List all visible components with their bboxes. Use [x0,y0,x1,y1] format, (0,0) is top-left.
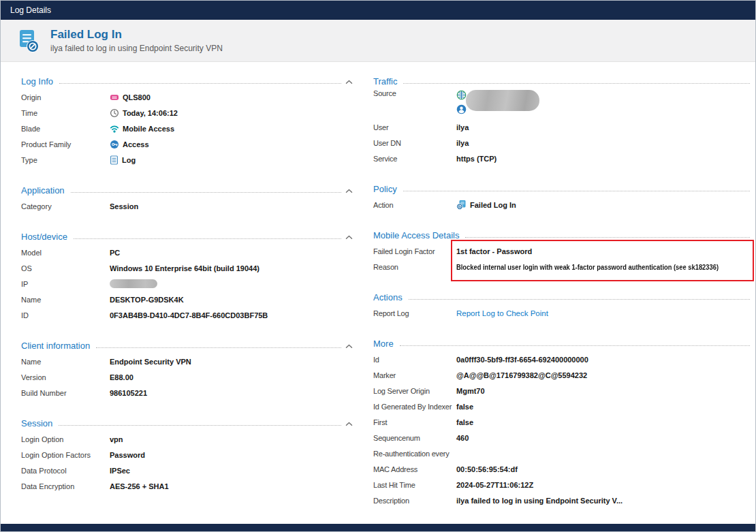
field-value: 460 [456,434,469,442]
field-value-wrap: Endpoint Security VPN [110,358,191,366]
log-details-content: Log InfoOriginQLS800TimeToday, 14:06:12B… [1,62,755,523]
field-value: PC [110,249,120,257]
field-row-time: TimeToday, 14:06:12 [21,105,353,121]
field-value-wrap: ilya [456,123,469,131]
field-label: Time [21,109,110,117]
field-value-wrap: QLS800 [110,93,151,102]
field-label: Source [373,89,456,97]
field-value: E88.00 [110,373,133,381]
section-title: Policy [373,184,397,194]
section-title: Traffic [373,76,397,87]
field-label: Type [21,156,110,164]
section-divider [74,238,341,239]
collapse-chevron-icon[interactable] [345,189,353,193]
field-label: Sequencenum [373,434,456,442]
report-log-link[interactable]: Report Log to Check Point [456,309,548,317]
section-rows: ModelPCOSWindows 10 Enterprise 64bit (bu… [21,245,353,323]
field-row-blade: BladeMobile Access [21,121,353,136]
title-bar: Log Details [1,1,755,20]
field-value-wrap: Mobile Access [110,124,174,134]
section-rows: Report LogReport Log to Check Point [373,305,750,321]
collapse-chevron-icon[interactable] [345,235,353,240]
page-subtitle: ilya failed to log in using Endpoint Sec… [50,44,223,53]
field-label: ID [21,311,110,319]
field-value-wrap: Session [110,202,138,210]
section-title: More [373,339,394,349]
field-row-product-family: Product FamilyAccess [21,136,353,152]
access-icon [110,140,119,149]
field-label: Product Family [21,140,110,148]
field-value: Password [110,451,145,459]
section-title: Log Info [21,76,53,87]
field-value-wrap: 0a0fff30-5bf9-ff3f-6654-692400000000 [456,356,588,364]
field-value: IPSec [110,467,130,475]
section-application: ApplicationCategorySession [21,183,353,214]
section-rows: SourceUserilyaUser DNilyaServicehttps (T… [373,89,750,166]
field-value-wrap: Windows 10 Enterprise 64bit (build 19044… [110,264,259,272]
section-divider [71,192,341,193]
field-row-name: NameEndpoint Security VPN [21,354,353,369]
section-title: Application [21,185,65,195]
section-header: Client information [21,338,353,354]
field-row-id: ID0F3AB4B9-D410-4DC7-8B4F-660CD03BF75B [21,307,353,323]
section-header: Policy [373,181,750,197]
field-row-source: Source [373,89,750,119]
field-value: Mobile Access [123,125,174,133]
header-text: Failed Log In ilya failed to log in usin… [50,28,223,53]
field-value: Session [110,202,138,210]
section-header: Host/device [21,229,353,245]
field-value-wrap: 0F3AB4B9-D410-4DC7-8B4F-660CD03BF75B [110,311,268,319]
field-label: Version [21,373,110,381]
page-title: Failed Log In [50,28,223,42]
section-more: MoreId0a0fff30-5bf9-ff3f-6654-6924000000… [373,336,750,508]
field-value-wrap: ilya failed to log in using Endpoint Sec… [456,497,623,505]
section-client-information: Client informationNameEndpoint Security … [21,338,353,401]
section-divider [409,299,750,300]
section-title: Session [21,418,52,428]
field-value: AES-256 + SHA1 [110,482,169,490]
log-details-window: Log Details Failed Log In ilya failed to… [0,0,756,532]
collapse-chevron-icon[interactable] [345,80,353,84]
field-row-id: Id0a0fff30-5bf9-ff3f-6654-692400000000 [373,351,750,367]
field-value: Endpoint Security VPN [110,358,191,366]
field-label: Action [373,201,456,209]
section-divider [403,83,750,84]
field-label: Login Option Factors [21,451,110,459]
section-title: Actions [373,292,403,302]
field-value-wrap: 460 [456,434,469,442]
field-value: Access [123,140,149,148]
field-value-wrap: false [456,418,473,426]
field-label: User [373,123,456,131]
field-label: Name [21,358,110,366]
section-header: Log Info [21,74,353,89]
field-value: QLS800 [123,93,151,101]
field-row-model: ModelPC [21,245,353,260]
section-divider [96,347,341,348]
field-value: Blocked internal user login with weak 1-… [456,263,719,271]
field-value-wrap: 2024-05-27T11:06:12Z [456,481,533,489]
section-title: Client information [21,341,90,351]
section-traffic: TrafficSourceUserilyaUser DNilyaServiceh… [373,74,750,166]
section-rows: NameEndpoint Security VPNVersionE88.00Bu… [21,354,353,401]
field-row-category: CategorySession [21,198,353,214]
section-host-device: Host/deviceModelPCOSWindows 10 Enterpris… [21,229,353,323]
field-row-os: OSWindows 10 Enterprise 64bit (build 190… [21,260,353,276]
window-title: Log Details [10,5,51,15]
log-icon [110,155,119,165]
field-row-type: TypeLog [21,152,353,168]
redacted-value [110,279,157,288]
section-header: Traffic [373,74,750,89]
field-label: Failed Login Factor [373,247,456,255]
collapse-chevron-icon[interactable] [345,344,353,349]
field-label: Log Server Origin [373,387,456,395]
field-row-mac-address: MAC Address00:50:56:95:54:df [373,461,750,477]
field-value-wrap: Access [110,140,149,149]
field-value: 2024-05-27T11:06:12Z [456,481,533,489]
failed-login-icon [456,200,467,210]
field-value: @A@@B@1716799382@C@5594232 [456,371,587,379]
field-value: Mgmt70 [456,387,485,395]
redaction-blob [466,90,539,111]
field-label: Last Hit Time [373,481,456,489]
collapse-chevron-icon[interactable] [345,422,353,426]
field-value-wrap: Password [110,451,145,459]
